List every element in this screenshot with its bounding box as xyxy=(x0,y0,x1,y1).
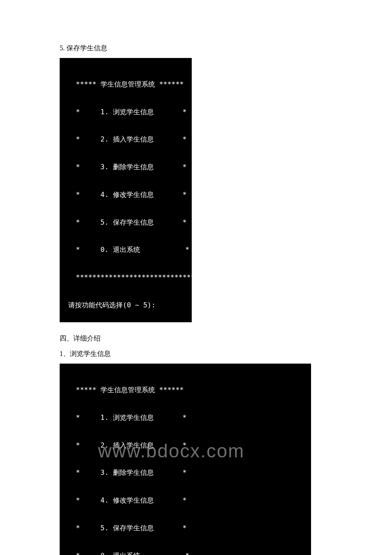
menu-item-4: * 4. 修改学生信息 * xyxy=(60,190,192,199)
menu-item-5: * 5. 保存学生信息 * xyxy=(60,218,192,227)
menu-item-0: * 0. 退出系统 * xyxy=(60,245,192,254)
menu-item-5: * 5. 保存学生信息 * xyxy=(60,523,311,533)
menu-item-3: * 3. 删除学生信息 * xyxy=(60,162,192,172)
menu-item-2: * 2. 插入学生信息 * xyxy=(60,135,192,144)
menu-item-1: * 1. 浏览学生信息 * xyxy=(60,107,192,117)
doc-heading-5: 5. 保存学生信息 xyxy=(60,43,332,54)
menu-separator: ***************************** xyxy=(60,273,192,282)
menu-item-0: * 0. 退出系统 * xyxy=(60,551,311,555)
section-4-heading: 四、详细介绍 xyxy=(60,334,332,343)
terminal-menu: ***** 学生信息管理系统 ****** * 1. 浏览学生信息 * * 2.… xyxy=(60,58,192,323)
terminal-browse: ***** 学生信息管理系统 ****** * 1. 浏览学生信息 * * 2.… xyxy=(60,364,311,555)
menu-item-3: * 3. 删除学生信息 * xyxy=(60,468,311,477)
menu-item-4: * 4. 修改学生信息 * xyxy=(60,496,311,505)
menu-item-1: * 1. 浏览学生信息 * xyxy=(60,413,311,422)
menu-title: ***** 学生信息管理系统 ****** xyxy=(60,80,192,89)
menu-prompt: 请按功能代码选择(0 ~ 5): xyxy=(60,301,192,310)
menu-item-2: * 2. 插入学生信息 * xyxy=(60,441,311,450)
subsection-1-heading: 1、浏览学生信息 xyxy=(60,348,332,359)
menu-title: ***** 学生信息管理系统 ****** xyxy=(60,385,311,395)
